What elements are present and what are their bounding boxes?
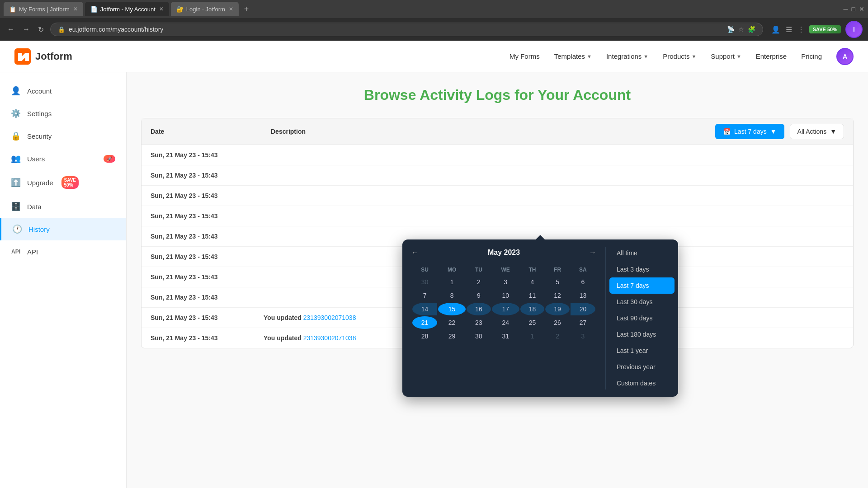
cal-day-24[interactable]: 24 (492, 316, 519, 329)
cal-day-18[interactable]: 18 (520, 303, 545, 315)
api-icon: API (11, 247, 21, 257)
minimize-button[interactable]: ─ (844, 5, 848, 13)
save-50-label: SAVE50% (61, 176, 79, 189)
table-row: Sun, 21 May 23 - 15:43 (142, 165, 853, 186)
cal-day-2[interactable]: 2 (467, 276, 491, 288)
close-window-button[interactable]: ✕ (859, 5, 864, 13)
cal-day-12[interactable]: 12 (545, 289, 570, 302)
cal-day-6[interactable]: 6 (571, 276, 595, 288)
time-option-last-180-days[interactable]: Last 180 days (609, 326, 675, 343)
address-input[interactable]: 🔒 eu.jotform.com/myaccount/history 📡 ☆ 🧩 (50, 23, 763, 36)
tab-1[interactable]: 📋 My Forms | Jotform ✕ (4, 2, 83, 16)
cal-day-19[interactable]: 19 (545, 303, 570, 315)
sidebar-item-account[interactable]: 👤 Account (0, 80, 126, 102)
tab-2[interactable]: 📄 Jotform - My Account ✕ (85, 2, 169, 16)
cal-day-13[interactable]: 13 (571, 289, 595, 302)
date-filter-button[interactable]: 📅 Last 7 days ▼ (715, 124, 784, 139)
restore-button[interactable]: □ (852, 5, 855, 13)
sidebar-item-api[interactable]: API API (0, 240, 126, 263)
cal-day-21[interactable]: 21 (412, 316, 437, 329)
cal-day-20[interactable]: 20 (571, 303, 595, 315)
cal-day-17[interactable]: 17 (492, 303, 519, 315)
cal-day-3[interactable]: 3 (492, 276, 519, 288)
next-month-button[interactable]: → (589, 249, 596, 257)
cal-day-11[interactable]: 11 (520, 289, 545, 302)
sidebar-item-security[interactable]: 🔒 Security (0, 125, 126, 147)
menu-icon[interactable]: ⋮ (797, 25, 805, 34)
cal-day-4[interactable]: 4 (520, 276, 545, 288)
nav-pricing[interactable]: Pricing (801, 52, 822, 60)
refresh-button[interactable]: ↻ (36, 23, 46, 36)
cal-week-5: 28 29 30 31 1 2 3 (412, 330, 595, 343)
time-option-last-7-days[interactable]: Last 7 days (609, 277, 675, 294)
nav-support[interactable]: Support ▼ (711, 52, 741, 60)
cal-day-9[interactable]: 9 (467, 289, 491, 302)
window-controls: ─ □ ✕ (844, 5, 864, 13)
cal-day-10[interactable]: 10 (492, 289, 519, 302)
back-button[interactable]: ← (5, 23, 16, 35)
profile-icon[interactable]: 👤 (771, 25, 780, 34)
cal-day-8[interactable]: 8 (438, 289, 466, 302)
forward-button[interactable]: → (21, 23, 32, 35)
time-option-last-30-days[interactable]: Last 30 days (609, 294, 675, 310)
tab-3-close[interactable]: ✕ (229, 6, 233, 12)
time-option-last-3-days[interactable]: Last 3 days (609, 261, 675, 277)
tab-3[interactable]: 🔐 Login · Jotform ✕ (171, 2, 239, 16)
cal-day-15[interactable]: 15 (438, 303, 466, 315)
actions-filter-button[interactable]: All Actions ▼ (790, 124, 844, 139)
nav-products[interactable]: Products ▼ (663, 52, 696, 60)
logo[interactable]: Jotform (14, 48, 72, 65)
toolbar-icons: 👤 ☰ ⋮ (771, 25, 805, 34)
nav-integrations[interactable]: Integrations ▼ (606, 52, 648, 60)
cal-day-28[interactable]: 28 (412, 330, 437, 343)
form-link[interactable]: 231393002071038 (303, 334, 356, 342)
cal-day-26[interactable]: 26 (545, 316, 570, 329)
cal-day-27[interactable]: 27 (571, 316, 595, 329)
cal-day-2-next[interactable]: 2 (545, 330, 570, 343)
cal-day-1[interactable]: 1 (438, 276, 466, 288)
sidebar-item-settings[interactable]: ⚙️ Settings (0, 102, 126, 125)
content-area: Browse Activity Logs for Your Account Da… (127, 72, 868, 488)
cal-day-30-prev[interactable]: 30 (412, 276, 437, 288)
sidebar-history-label: History (28, 225, 50, 233)
cal-day-1-next[interactable]: 1 (520, 330, 545, 343)
cal-day-3-next[interactable]: 3 (571, 330, 595, 343)
extensions-icon[interactable]: 🧩 (748, 26, 755, 33)
cal-day-7[interactable]: 7 (412, 289, 437, 302)
profile-avatar[interactable]: I (845, 21, 863, 38)
tab-2-close[interactable]: ✕ (159, 6, 164, 12)
time-option-custom-dates[interactable]: Custom dates (609, 375, 675, 391)
cal-day-31[interactable]: 31 (492, 330, 519, 343)
prev-month-button[interactable]: ← (411, 249, 419, 257)
cal-day-29[interactable]: 29 (438, 330, 466, 343)
cal-day-22[interactable]: 22 (438, 316, 466, 329)
new-tab-button[interactable]: + (241, 3, 253, 16)
cal-day-5[interactable]: 5 (545, 276, 570, 288)
save-50-badge[interactable]: SAVE 50% (809, 25, 841, 33)
time-option-last-90-days[interactable]: Last 90 days (609, 310, 675, 326)
tab-1-close[interactable]: ✕ (73, 6, 78, 12)
form-link[interactable]: 231393002071038 (303, 314, 356, 321)
time-option-all-time[interactable]: All time (609, 245, 675, 261)
bookmark-icon[interactable]: ☰ (786, 25, 792, 34)
time-option-previous-year[interactable]: Previous year (609, 359, 675, 375)
tab-2-favicon: 📄 (90, 6, 97, 12)
nav-templates[interactable]: Templates ▼ (554, 52, 592, 60)
cal-day-30[interactable]: 30 (467, 330, 491, 343)
sidebar-item-upgrade[interactable]: ⬆️ Upgrade SAVE50% (0, 170, 126, 195)
nav-enterprise[interactable]: Enterprise (756, 52, 787, 60)
cal-day-14[interactable]: 14 (412, 303, 437, 315)
users-icon: 👥 (11, 154, 21, 164)
user-avatar[interactable]: A (836, 48, 854, 65)
support-chevron: ▼ (736, 54, 741, 59)
row-date: Sun, 21 May 23 - 15:43 (151, 314, 264, 321)
nav-my-forms[interactable]: My Forms (509, 52, 540, 60)
star-icon[interactable]: ☆ (738, 26, 744, 33)
cal-day-25[interactable]: 25 (520, 316, 545, 329)
cal-day-16[interactable]: 16 (467, 303, 491, 315)
sidebar-item-history[interactable]: 🕐 History (0, 218, 126, 240)
sidebar-item-users[interactable]: 👥 Users 🚀 (0, 147, 126, 170)
time-option-last-1-year[interactable]: Last 1 year (609, 343, 675, 359)
sidebar-item-data[interactable]: 🗄️ Data (0, 195, 126, 218)
cal-day-23[interactable]: 23 (467, 316, 491, 329)
